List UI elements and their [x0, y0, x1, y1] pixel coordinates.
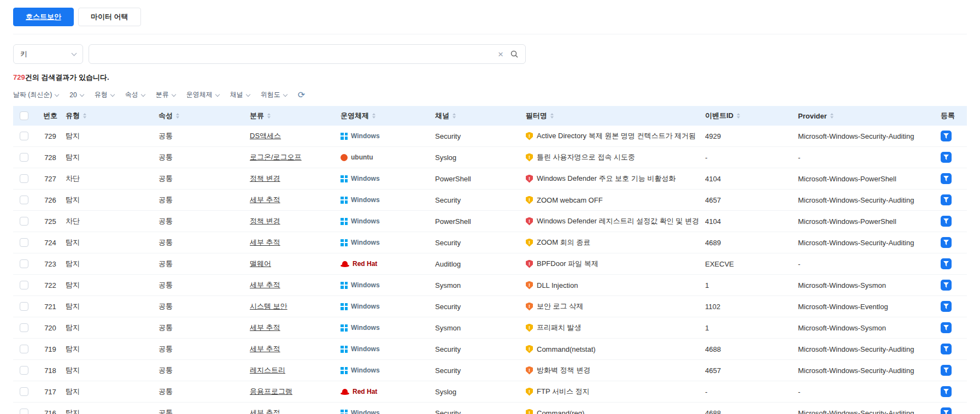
- category-link[interactable]: 로그온/로그오프: [250, 152, 302, 162]
- category-link[interactable]: 세부 추적: [250, 323, 280, 333]
- row-filter-cell: ! ZOOM webcam OFF: [526, 190, 705, 210]
- column-header[interactable]: 속성: [159, 106, 250, 126]
- category-link[interactable]: 세부 추적: [250, 344, 280, 354]
- category-link[interactable]: 정책 변경: [250, 174, 280, 184]
- row-event-id: 1: [705, 317, 798, 338]
- filter-list: 날짜 (최신순) 20 유형 속성 분류 운영체제 채널 위험도: [13, 90, 287, 99]
- register-filter-button[interactable]: [941, 386, 952, 397]
- category-link[interactable]: 세부 추적: [250, 408, 280, 414]
- row-checkbox-cell: [13, 190, 35, 210]
- search-button[interactable]: [509, 49, 520, 60]
- redhat-icon: [341, 261, 349, 268]
- register-filter-button[interactable]: [941, 131, 952, 141]
- row-checkbox[interactable]: [20, 345, 28, 353]
- row-checkbox[interactable]: [20, 153, 28, 162]
- severity-icon: !: [526, 388, 533, 396]
- filter-dropdown[interactable]: 위험도: [261, 90, 287, 99]
- tab-mitre-attack[interactable]: 마이터 어택: [78, 8, 141, 26]
- tab-host-security[interactable]: 호스트보안: [13, 8, 74, 26]
- category-link[interactable]: 세부 추적: [250, 238, 280, 247]
- filter-dropdown[interactable]: 유형: [95, 90, 114, 99]
- register-filter-button[interactable]: [941, 301, 952, 312]
- category-link[interactable]: DS액세스: [250, 131, 281, 141]
- register-filter-button[interactable]: [941, 152, 952, 163]
- os-label: Windows: [351, 281, 380, 289]
- row-checkbox[interactable]: [20, 217, 28, 226]
- table-row: 722 탐지 공통 세부 추적 Windows Sysmon ! DLL Inj…: [13, 275, 967, 296]
- row-type: 탐지: [66, 275, 159, 295]
- row-checkbox[interactable]: [20, 302, 28, 311]
- register-filter-button[interactable]: [941, 216, 952, 227]
- funnel-icon: [943, 155, 949, 160]
- filter-dropdown[interactable]: 속성: [125, 90, 145, 99]
- column-header[interactable]: 등록: [941, 106, 967, 126]
- os-label: Windows: [351, 239, 380, 246]
- funnel-icon: [943, 368, 949, 373]
- category-link[interactable]: 맬웨어: [250, 259, 271, 269]
- register-filter-button[interactable]: [941, 365, 952, 376]
- column-header[interactable]: Provider: [798, 106, 941, 126]
- windows-icon: [341, 239, 348, 246]
- column-header[interactable]: 운영체제: [341, 106, 435, 126]
- category-link[interactable]: 시스템 보안: [250, 301, 287, 311]
- severity-icon: !: [526, 239, 533, 247]
- chevron-down-icon: [55, 92, 59, 96]
- row-checkbox[interactable]: [20, 281, 28, 289]
- windows-icon: [341, 410, 348, 414]
- category-link[interactable]: 응용프로그램: [250, 387, 292, 397]
- row-checkbox[interactable]: [20, 196, 28, 204]
- row-provider: Microsoft-Windows-Sysmon: [798, 317, 941, 338]
- category-link[interactable]: 세부 추적: [250, 195, 280, 205]
- select-all-checkbox[interactable]: [20, 111, 28, 120]
- row-checkbox[interactable]: [20, 238, 28, 247]
- column-header[interactable]: 필터명: [526, 106, 705, 126]
- register-filter-button[interactable]: [941, 258, 952, 269]
- search-key-select[interactable]: 키: [13, 44, 83, 64]
- row-checkbox[interactable]: [20, 174, 28, 183]
- column-header[interactable]: 번호: [35, 106, 66, 126]
- row-checkbox[interactable]: [20, 323, 28, 332]
- os-label: Windows: [351, 132, 380, 140]
- filter-dropdown[interactable]: 운영체제: [186, 90, 219, 99]
- row-checkbox-cell: [13, 211, 35, 232]
- column-header[interactable]: 이벤트ID: [705, 106, 798, 126]
- category-link[interactable]: 레지스트리: [250, 365, 285, 375]
- row-checkbox[interactable]: [20, 387, 28, 396]
- column-header-label: 필터명: [526, 111, 547, 121]
- funnel-icon: [943, 325, 949, 330]
- row-checkbox[interactable]: [20, 366, 28, 375]
- register-filter-button[interactable]: [941, 194, 952, 205]
- register-filter-button[interactable]: [941, 280, 952, 291]
- row-type: 탐지: [66, 317, 159, 338]
- row-checkbox[interactable]: [20, 132, 28, 140]
- column-header[interactable]: 유형: [66, 106, 159, 126]
- filter-dropdown[interactable]: 채널: [230, 90, 250, 99]
- os-label: Red Hat: [353, 260, 377, 268]
- row-channel: Security: [435, 296, 526, 317]
- search-input[interactable]: [95, 50, 492, 59]
- search-icon: [510, 50, 519, 58]
- register-filter-button[interactable]: [941, 237, 952, 248]
- table-row: 721 탐지 공통 시스템 보안 Windows Security ! 보안 로…: [13, 296, 967, 317]
- register-filter-button[interactable]: [941, 322, 952, 333]
- funnel-icon: [943, 218, 949, 224]
- category-link[interactable]: 정책 변경: [250, 216, 280, 226]
- row-type: 차단: [66, 168, 159, 189]
- filter-dropdown[interactable]: 날짜 (최신순): [13, 90, 58, 99]
- refresh-button[interactable]: ⟳: [298, 91, 305, 99]
- row-checkbox[interactable]: [20, 259, 28, 268]
- clear-icon[interactable]: ×: [498, 50, 503, 59]
- filter-dropdown[interactable]: 20: [69, 91, 83, 99]
- row-event-id: 4688: [705, 339, 798, 359]
- column-header[interactable]: 채널: [435, 106, 526, 126]
- category-link[interactable]: 세부 추적: [250, 280, 280, 290]
- register-filter-button[interactable]: [941, 173, 952, 184]
- column-header[interactable]: 분류: [250, 106, 341, 126]
- register-filter-button[interactable]: [941, 407, 952, 414]
- filter-name: Windows Defender 레지스트리 설정값 확인 및 변경: [537, 216, 699, 226]
- register-filter-button[interactable]: [941, 344, 952, 354]
- filter-name: 방화벽 정책 변경: [537, 365, 590, 375]
- filter-dropdown[interactable]: 분류: [156, 90, 175, 99]
- tab-bar: 호스트보안 마이터 어택: [13, 8, 967, 34]
- row-checkbox[interactable]: [20, 409, 28, 414]
